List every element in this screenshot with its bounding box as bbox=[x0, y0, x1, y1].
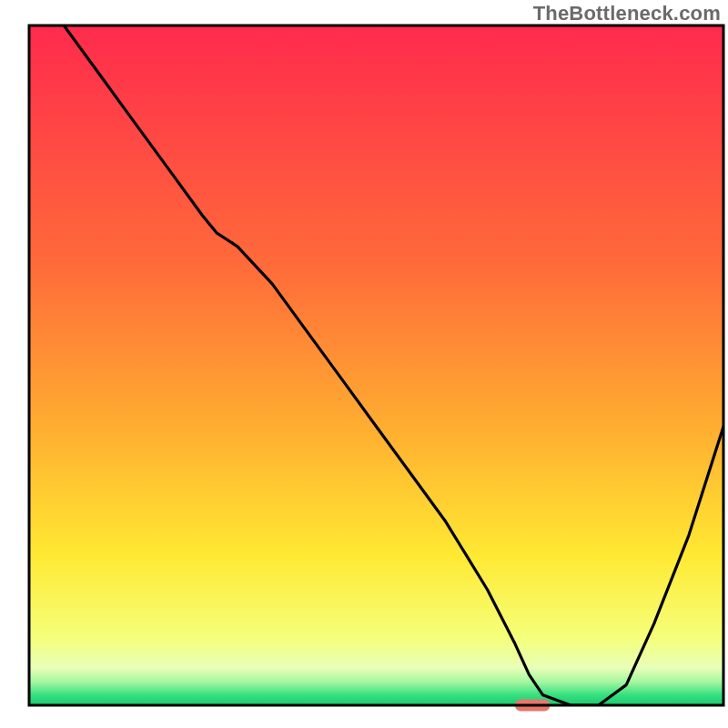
chart-svg bbox=[0, 0, 728, 728]
chart-container: TheBottleneck.com bbox=[0, 0, 728, 728]
watermark-text: TheBottleneck.com bbox=[533, 2, 721, 25]
gradient-background bbox=[29, 25, 723, 705]
